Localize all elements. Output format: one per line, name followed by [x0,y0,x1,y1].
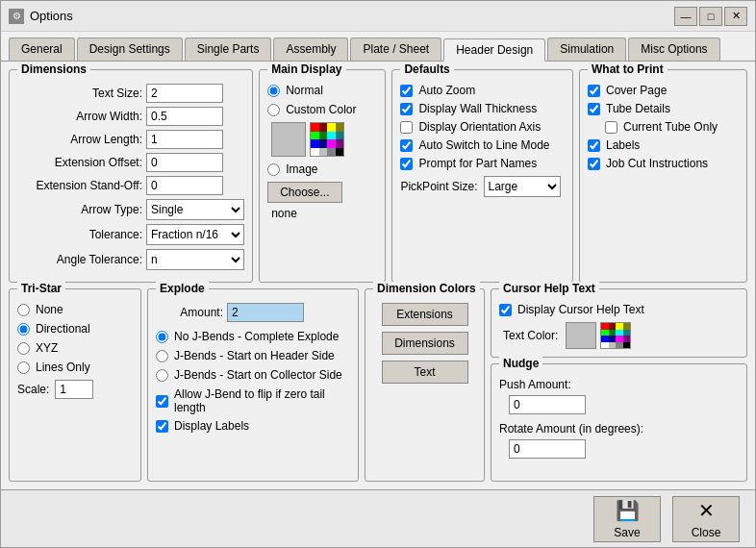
directional-radio[interactable] [17,323,30,336]
display-cursor-checkbox[interactable] [499,304,512,316]
no-jbends-radio[interactable] [156,331,168,343]
extensions-button[interactable]: Extensions [382,303,468,326]
dimensions-group: Dimensions Text Size: Arrow Width: Arrow… [9,69,253,283]
defaults-title: Defaults [400,62,453,76]
arrow-length-input[interactable] [146,130,223,149]
cover-page-checkbox[interactable] [588,85,600,97]
display-orientation-checkbox[interactable] [400,121,413,134]
nudge-group: Nudge Push Amount: Rotate Amount (in deg… [491,363,747,482]
text-button[interactable]: Text [382,361,468,384]
labels-label: Labels [606,138,640,152]
allow-jbend-checkbox[interactable] [156,395,168,408]
main-display-group: Main Display Normal Custom Color [259,69,386,283]
text-size-input[interactable] [146,84,223,103]
jbends-collector-radio[interactable] [156,369,168,382]
scale-input[interactable] [55,380,93,399]
close-label: Close [692,526,721,539]
push-amount-input[interactable] [509,395,586,414]
auto-zoom-checkbox[interactable] [400,85,413,97]
display-cursor-label: Display Cursor Help Text [517,303,644,316]
dimension-colors-title: Dimension Colors [373,282,480,295]
cursor-help-group: Cursor Help Text Display Cursor Help Tex… [491,288,747,358]
amount-label: Amount: [156,306,223,319]
amount-input[interactable] [227,303,304,322]
tube-details-label: Tube Details [606,102,670,115]
tab-header-design[interactable]: Header Design [443,38,545,62]
dimension-colors-group: Dimension Colors Extensions Dimensions T… [365,288,485,482]
color-preview [271,122,306,157]
tab-misc-options[interactable]: Misc Options [628,37,719,61]
close-button[interactable]: ✕ Close [672,496,740,542]
tolerance-label: Tolerance: [17,228,142,241]
arrow-width-label: Arrow Width: [17,110,142,123]
auto-switch-label: Auto Switch to Line Mode [418,138,549,152]
lines-only-label: Lines Only [36,361,90,374]
allow-jbend-label: Allow J-Bend to flip if zero tail length [174,387,350,414]
text-color-label: Text Color: [503,329,558,342]
lines-only-radio[interactable] [17,361,30,374]
display-labels-checkbox[interactable] [156,420,168,433]
auto-switch-checkbox[interactable] [400,139,413,152]
main-display-title: Main Display [267,62,345,76]
custom-color-radio[interactable] [267,104,280,116]
prompt-checkbox[interactable] [400,158,413,170]
tube-details-checkbox[interactable] [588,103,600,115]
xyz-radio[interactable] [17,342,30,355]
current-tube-checkbox[interactable] [605,121,617,134]
image-label: Image [286,162,317,176]
tri-star-title: Tri-Star [17,282,65,295]
rotate-amount-label: Rotate Amount (in degrees): [499,422,643,436]
what-to-print-group: What to Print Cover Page Tube Details Cu… [579,69,747,283]
save-icon: 💾 [616,499,640,522]
dimensions-button[interactable]: Dimensions [382,332,468,355]
arrow-type-select[interactable]: Single [146,199,244,220]
nudge-title: Nudge [499,357,542,370]
text-color-grid[interactable] [600,322,631,349]
job-cut-checkbox[interactable] [588,158,600,170]
defaults-group: Defaults Auto Zoom Display Wall Thicknes… [391,69,573,283]
extension-standoff-input[interactable] [146,176,223,195]
none-radio[interactable] [17,304,30,316]
extension-offset-input[interactable] [146,153,223,172]
auto-zoom-label: Auto Zoom [418,84,475,97]
save-button[interactable]: 💾 Save [593,496,661,542]
tolerance-select[interactable]: Fraction n/16 [146,224,244,245]
tab-simulation[interactable]: Simulation [547,37,626,61]
jbends-header-label: J-Bends - Start on Header Side [174,349,335,362]
choose-button[interactable]: Choose... [267,182,341,203]
jbends-collector-label: J-Bends - Start on Collector Side [174,368,342,382]
save-label: Save [614,526,640,539]
display-wall-checkbox[interactable] [400,103,413,115]
arrow-type-label: Arrow Type: [17,203,142,216]
minimize-button[interactable]: — [674,7,697,26]
text-color-preview [566,322,596,349]
tab-design-settings[interactable]: Design Settings [77,37,183,61]
jbends-header-radio[interactable] [156,350,168,362]
normal-label: Normal [286,84,323,97]
color-grid[interactable] [310,122,344,157]
maximize-button[interactable]: □ [699,7,722,26]
tab-plate-sheet[interactable]: Plate / Sheet [350,37,441,61]
tab-general[interactable]: General [9,37,75,61]
tab-bar: General Design Settings Single Parts Ass… [1,32,755,61]
pickpoint-label: PickPoint Size: [400,180,477,193]
angle-tolerance-select[interactable]: n [146,249,244,270]
what-to-print-title: What to Print [588,62,668,76]
image-radio[interactable] [267,163,280,176]
rotate-amount-input[interactable] [509,439,586,459]
cover-page-label: Cover Page [606,84,667,97]
none-text: none [267,207,377,220]
none-label: None [36,303,63,316]
bottom-bar: 💾 Save ✕ Close [1,489,755,547]
tab-assembly[interactable]: Assembly [273,37,348,61]
labels-checkbox[interactable] [588,139,600,152]
window-close-button[interactable]: ✕ [724,7,747,26]
tab-single-parts[interactable]: Single Parts [185,37,272,61]
explode-title: Explode [156,282,209,295]
push-amount-label: Push Amount: [499,378,571,391]
arrow-width-input[interactable] [146,107,223,126]
pickpoint-select[interactable]: Large [484,176,561,197]
normal-radio[interactable] [267,85,280,97]
window-icon: ⚙ [9,9,24,24]
extension-offset-label: Extension Offset: [17,156,142,169]
